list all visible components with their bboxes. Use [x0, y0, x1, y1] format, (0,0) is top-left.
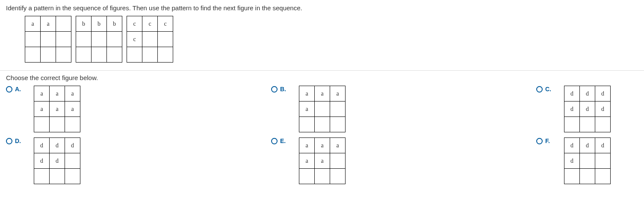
options-row-2: D. ddd dd E. aaa aa F. ddd d [6, 137, 638, 184]
radio-c[interactable] [536, 86, 543, 93]
option-d-grid: ddd dd [34, 137, 80, 184]
option-e[interactable]: E. aaa aa [271, 137, 536, 184]
radio-f[interactable] [536, 138, 543, 144]
option-a-label: A. [15, 86, 24, 93]
option-f-label: F. [545, 137, 554, 144]
option-e-label: E. [280, 137, 289, 144]
option-d[interactable]: D. ddd dd [6, 137, 271, 184]
option-b-label: B. [280, 86, 289, 93]
option-b[interactable]: B. aaa a [271, 86, 536, 132]
seq-fig-1: aa [25, 16, 71, 63]
option-c[interactable]: C. ddd ddd [536, 86, 630, 132]
radio-d[interactable] [6, 138, 12, 144]
seq-fig-3: ccc c [127, 16, 173, 63]
radio-b[interactable] [271, 86, 278, 93]
radio-e[interactable] [271, 138, 278, 144]
sequence-row: aa bbb ccc c [25, 16, 638, 63]
option-c-label: C. [545, 86, 554, 93]
option-d-label: D. [15, 137, 24, 144]
option-f-grid: ddd d [564, 137, 611, 184]
question-text: Identify a pattern in the sequence of fi… [6, 4, 638, 12]
option-a[interactable]: A. aaa aaa [6, 86, 271, 132]
question-stem: Identify a pattern in the sequence of fi… [0, 4, 644, 69]
option-c-grid: ddd ddd [564, 86, 611, 132]
option-a-grid: aaa aaa [34, 86, 80, 132]
options-row-1: A. aaa aaa B. aaa a C. ddd ddd [6, 86, 638, 132]
answer-prompt: Choose the correct figure below. [0, 74, 644, 86]
options-wrap: A. aaa aaa B. aaa a C. ddd ddd [0, 86, 644, 184]
seq-fig-2: bbb [76, 16, 122, 63]
radio-a[interactable] [6, 86, 12, 93]
option-e-grid: aaa aa [299, 137, 346, 184]
option-b-grid: aaa a [299, 86, 346, 132]
option-f[interactable]: F. ddd d [536, 137, 630, 184]
separator [0, 70, 644, 71]
